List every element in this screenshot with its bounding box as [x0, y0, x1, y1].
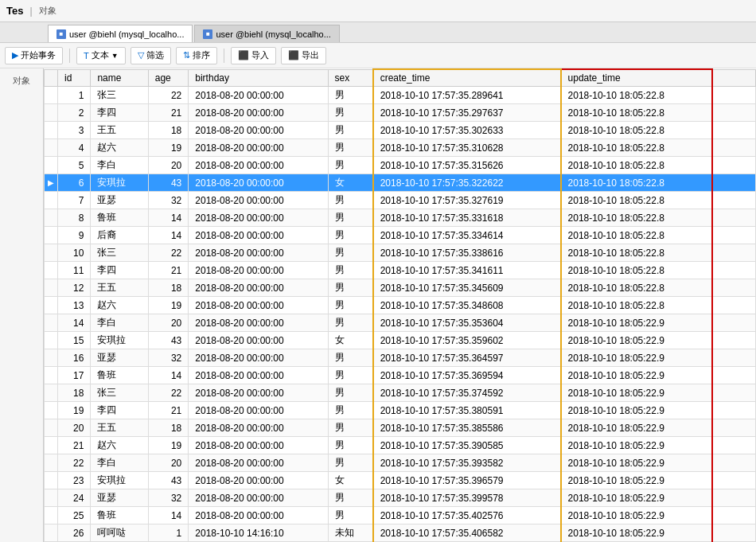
cell-name: 亚瑟: [91, 349, 148, 367]
cell-name: 亚瑟: [91, 489, 148, 507]
col-header-name[interactable]: name: [91, 69, 148, 87]
table-area[interactable]: id name age birthday sex create_time upd…: [44, 68, 756, 542]
cell-age: 21: [148, 402, 189, 419]
tab-1[interactable]: ■ user @biehl (mysql_localho...: [48, 25, 193, 42]
cell-age: 18: [148, 279, 189, 297]
cell-id: 3: [58, 122, 91, 139]
col-header-update-time[interactable]: update_time: [561, 69, 712, 87]
row-indicator: [45, 349, 58, 367]
row-indicator: [45, 367, 58, 384]
table-row[interactable]: 26 呵呵哒 1 2018-10-10 14:16:10 未知 2018-10-…: [45, 524, 756, 542]
cell-sex: 男: [328, 367, 373, 384]
cell-birthday: 2018-08-20 00:00:00: [189, 332, 328, 349]
tab-1-label: user @biehl (mysql_localho...: [69, 29, 184, 39]
tab-2[interactable]: ■ user @biehl (mysql_localho...: [194, 25, 339, 42]
table-row[interactable]: 10 张三 22 2018-08-20 00:00:00 男 2018-10-1…: [45, 244, 756, 262]
cell-birthday: 2018-08-20 00:00:00: [189, 122, 328, 139]
cell-update-time: 2018-10-10 18:05:22.9: [561, 454, 712, 472]
cell-extra: [712, 227, 756, 244]
cell-extra: [712, 87, 756, 104]
cell-create-time: 2018-10-10 17:57:35.297637: [373, 104, 561, 122]
text-dropdown-icon: ▼: [111, 52, 119, 60]
begin-transaction-button[interactable]: ▶ 开始事务: [5, 47, 63, 64]
cell-id: 13: [58, 297, 91, 314]
table-row[interactable]: 19 李四 21 2018-08-20 00:00:00 男 2018-10-1…: [45, 402, 756, 419]
cell-age: 20: [148, 157, 189, 174]
col-header-age[interactable]: age: [148, 69, 189, 87]
table-row[interactable]: 9 后裔 14 2018-08-20 00:00:00 男 2018-10-10…: [45, 227, 756, 244]
cell-sex: 男: [328, 139, 373, 157]
cell-sex: 男: [328, 157, 373, 174]
table-row[interactable]: 20 王五 18 2018-08-20 00:00:00 男 2018-10-1…: [45, 419, 756, 437]
row-indicator: [45, 279, 58, 297]
table-row[interactable]: 8 鲁班 14 2018-08-20 00:00:00 男 2018-10-10…: [45, 209, 756, 227]
tab-bar: ■ user @biehl (mysql_localho... ■ user @…: [0, 22, 756, 43]
cell-sex: 男: [328, 454, 373, 472]
cell-birthday: 2018-08-20 00:00:00: [189, 472, 328, 489]
cell-age: 43: [148, 174, 189, 192]
col-header-create-time[interactable]: create_time: [373, 69, 561, 87]
table-row[interactable]: 22 李白 20 2018-08-20 00:00:00 男 2018-10-1…: [45, 454, 756, 472]
table-header-row: id name age birthday sex create_time upd…: [45, 69, 756, 87]
cell-birthday: 2018-08-20 00:00:00: [189, 437, 328, 454]
sort-button[interactable]: ⇅ 排序: [176, 47, 217, 64]
table-row[interactable]: 2 李四 21 2018-08-20 00:00:00 男 2018-10-10…: [45, 104, 756, 122]
table-row[interactable]: 13 赵六 19 2018-08-20 00:00:00 男 2018-10-1…: [45, 297, 756, 314]
table-row[interactable]: 18 张三 22 2018-08-20 00:00:00 男 2018-10-1…: [45, 384, 756, 402]
filter-button[interactable]: ▽ 筛选: [131, 47, 171, 64]
table-row[interactable]: 24 亚瑟 32 2018-08-20 00:00:00 男 2018-10-1…: [45, 489, 756, 507]
cell-id: 6: [58, 174, 91, 192]
cell-age: 22: [148, 384, 189, 402]
cell-id: 10: [58, 244, 91, 262]
cell-create-time: 2018-10-10 17:57:35.315626: [373, 157, 561, 174]
cell-age: 32: [148, 192, 189, 209]
table-row[interactable]: 16 亚瑟 32 2018-08-20 00:00:00 男 2018-10-1…: [45, 349, 756, 367]
table-row[interactable]: 23 安琪拉 43 2018-08-20 00:00:00 女 2018-10-…: [45, 472, 756, 489]
row-indicator: [45, 87, 58, 104]
table-row[interactable]: 3 王五 18 2018-08-20 00:00:00 男 2018-10-10…: [45, 122, 756, 139]
cell-id: 16: [58, 349, 91, 367]
row-indicator: [45, 384, 58, 402]
table-row[interactable]: 12 王五 18 2018-08-20 00:00:00 男 2018-10-1…: [45, 279, 756, 297]
cell-extra: [712, 209, 756, 227]
title-bar: Tes | 对象: [0, 0, 756, 22]
table-row[interactable]: 4 赵六 19 2018-08-20 00:00:00 男 2018-10-10…: [45, 139, 756, 157]
cell-name: 呵呵哒: [91, 524, 148, 542]
cell-sex: 男: [328, 507, 373, 524]
table-row[interactable]: ▶ 6 安琪拉 43 2018-08-20 00:00:00 女 2018-10…: [45, 174, 756, 192]
cell-extra: [712, 314, 756, 332]
cell-create-time: 2018-10-10 17:57:35.302633: [373, 122, 561, 139]
cell-birthday: 2018-08-20 00:00:00: [189, 314, 328, 332]
cell-update-time: 2018-10-10 18:05:22.9: [561, 384, 712, 402]
tab-1-icon: ■: [57, 29, 66, 39]
table-row[interactable]: 14 李白 20 2018-08-20 00:00:00 男 2018-10-1…: [45, 314, 756, 332]
cell-extra: [712, 244, 756, 262]
cell-id: 14: [58, 314, 91, 332]
table-row[interactable]: 21 赵六 19 2018-08-20 00:00:00 男 2018-10-1…: [45, 437, 756, 454]
cell-birthday: 2018-08-20 00:00:00: [189, 279, 328, 297]
cell-update-time: 2018-10-10 18:05:22.8: [561, 227, 712, 244]
text-button[interactable]: T 文本 ▼: [76, 47, 126, 64]
import-button[interactable]: ⬛ 导入: [231, 47, 276, 64]
table-row[interactable]: 25 鲁班 14 2018-08-20 00:00:00 男 2018-10-1…: [45, 507, 756, 524]
table-row[interactable]: 7 亚瑟 32 2018-08-20 00:00:00 男 2018-10-10…: [45, 192, 756, 209]
table-row[interactable]: 5 李白 20 2018-08-20 00:00:00 男 2018-10-10…: [45, 157, 756, 174]
row-indicator: [45, 139, 58, 157]
export-button[interactable]: ⬛ 导出: [281, 47, 326, 64]
toolbar-separator-1: [69, 49, 70, 63]
cell-id: 5: [58, 157, 91, 174]
col-header-sex[interactable]: sex: [328, 69, 373, 87]
table-row[interactable]: 15 安琪拉 43 2018-08-20 00:00:00 女 2018-10-…: [45, 332, 756, 349]
cell-extra: [712, 349, 756, 367]
col-header-indicator: [45, 69, 58, 87]
cell-birthday: 2018-08-20 00:00:00: [189, 157, 328, 174]
cell-birthday: 2018-08-20 00:00:00: [189, 419, 328, 437]
col-header-birthday[interactable]: birthday: [189, 69, 328, 87]
table-row[interactable]: 17 鲁班 14 2018-08-20 00:00:00 男 2018-10-1…: [45, 367, 756, 384]
table-row[interactable]: 11 李四 21 2018-08-20 00:00:00 男 2018-10-1…: [45, 262, 756, 279]
cell-age: 32: [148, 349, 189, 367]
col-header-id[interactable]: id: [58, 69, 91, 87]
table-row[interactable]: 1 张三 22 2018-08-20 00:00:00 男 2018-10-10…: [45, 87, 756, 104]
text-icon: T: [84, 51, 89, 60]
row-indicator: [45, 507, 58, 524]
